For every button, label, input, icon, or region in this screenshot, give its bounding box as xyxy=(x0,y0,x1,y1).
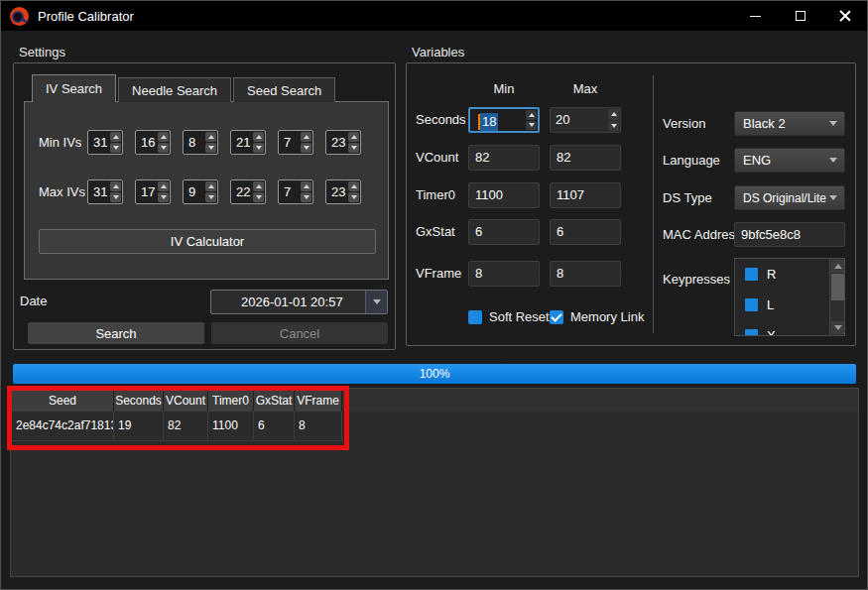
spin-down-button[interactable] xyxy=(158,192,169,202)
table-cell-timer0[interactable]: 1100 xyxy=(208,412,254,441)
vframe-max-field[interactable]: 8 xyxy=(550,261,621,287)
spin-down-button[interactable] xyxy=(348,192,359,202)
min-iv-spe-spinbox[interactable]: 23 xyxy=(325,130,361,155)
ds-type-label: DS Type xyxy=(663,190,712,205)
spin-down-button[interactable] xyxy=(110,192,121,202)
version-dropdown[interactable]: Black 2 xyxy=(734,111,845,136)
spin-down-button[interactable] xyxy=(158,143,169,153)
column-header-vcount[interactable]: VCount xyxy=(164,389,208,412)
spin-down-button[interactable] xyxy=(205,143,216,153)
spin-up-button[interactable] xyxy=(110,181,121,191)
timer0-min-field[interactable]: 1100 xyxy=(468,182,540,208)
column-header-timer0[interactable]: Timer0 xyxy=(208,389,254,412)
min-iv-spd-spinbox[interactable]: 7 xyxy=(278,130,313,155)
scrollbar-thumb[interactable] xyxy=(831,274,844,300)
chevron-up-icon xyxy=(304,184,310,188)
keypresses-scrollbar[interactable] xyxy=(829,259,844,335)
max-iv-spd-spinbox[interactable]: 7 xyxy=(278,179,313,204)
keypress-item-l[interactable]: L xyxy=(735,290,844,320)
date-dropdown-button[interactable] xyxy=(365,291,387,313)
table-cell-gxstat[interactable]: 6 xyxy=(254,412,295,441)
table-cell-vframe[interactable]: 8 xyxy=(295,412,342,441)
scroll-down-button[interactable] xyxy=(831,321,844,334)
spin-up-button[interactable] xyxy=(608,109,619,120)
column-header-vframe[interactable]: VFrame xyxy=(295,389,342,412)
spin-down-button[interactable] xyxy=(110,143,121,153)
tab-needle-search[interactable]: Needle Search xyxy=(118,77,231,102)
column-header-seconds[interactable]: Seconds xyxy=(114,389,164,412)
min-iv-spa-spinbox[interactable]: 21 xyxy=(230,130,266,155)
column-header-gxstat[interactable]: GxStat xyxy=(254,389,295,412)
min-iv-hp-spinbox[interactable]: 31 xyxy=(87,130,123,155)
tab-iv-search[interactable]: IV Search xyxy=(32,74,116,102)
spin-buttons xyxy=(252,180,265,203)
ds-type-dropdown[interactable]: DS Original/Lite xyxy=(734,185,845,210)
spin-up-button[interactable] xyxy=(158,132,169,142)
spin-down-button[interactable] xyxy=(608,121,619,132)
spin-up-button[interactable] xyxy=(348,132,359,142)
table-cell-seed[interactable]: 2e84c74c2af71813 xyxy=(12,412,114,441)
gxstat-max-field[interactable]: 6 xyxy=(550,219,621,245)
chevron-up-icon xyxy=(208,135,214,139)
min-iv-atk-spinbox[interactable]: 16 xyxy=(135,130,171,155)
language-dropdown[interactable]: ENG xyxy=(734,148,845,173)
maximize-button[interactable] xyxy=(778,1,822,31)
vcount-min-field[interactable]: 82 xyxy=(468,145,540,171)
seconds-max-spinbox[interactable]: 20 xyxy=(550,107,621,133)
minimize-button[interactable] xyxy=(733,1,778,31)
column-header-seed[interactable]: Seed xyxy=(12,389,114,412)
spin-up-button[interactable] xyxy=(253,181,264,191)
spin-up-button[interactable] xyxy=(158,181,169,191)
timer0-max-field[interactable]: 1107 xyxy=(550,182,621,208)
vframe-min-field[interactable]: 8 xyxy=(468,261,540,287)
keypress-item-r[interactable]: R xyxy=(735,259,844,290)
spin-down-button[interactable] xyxy=(205,192,216,202)
spin-up-button[interactable] xyxy=(301,132,311,142)
memory-link-checkbox[interactable]: Memory Link xyxy=(550,309,644,324)
soft-reset-checkbox[interactable]: Soft Reset xyxy=(468,309,550,324)
max-ivs-label: Max IVs xyxy=(39,184,87,199)
date-combobox[interactable]: 2026-01-01 20:57 xyxy=(210,290,388,314)
spin-up-button[interactable] xyxy=(526,110,537,120)
spin-up-button[interactable] xyxy=(301,181,311,191)
spin-down-button[interactable] xyxy=(253,143,264,153)
seconds-min-spinbox[interactable]: 18 xyxy=(468,107,540,133)
table-cell-vcount[interactable]: 82 xyxy=(164,412,208,441)
chevron-up-icon xyxy=(113,184,119,188)
max-ivs-row: Max IVs 31 17 9 22 7 23 xyxy=(25,179,388,204)
close-icon xyxy=(839,10,851,22)
max-iv-hp-spinbox[interactable]: 31 xyxy=(87,179,123,204)
profile-calibrator-window: Profile Calibrator Settings IV Search Ne… xyxy=(0,0,868,590)
vcount-max-field[interactable]: 82 xyxy=(550,145,621,171)
keypress-item-x[interactable]: X xyxy=(735,320,844,336)
spin-up-button[interactable] xyxy=(348,181,359,191)
spin-down-button[interactable] xyxy=(253,192,264,202)
spin-up-button[interactable] xyxy=(253,132,264,142)
table-cell-seconds[interactable]: 19 xyxy=(114,412,164,441)
close-button[interactable] xyxy=(822,1,867,31)
max-iv-spa-spinbox[interactable]: 22 xyxy=(230,179,266,204)
spin-down-button[interactable] xyxy=(348,143,359,153)
spin-down-button[interactable] xyxy=(301,143,311,153)
tab-seed-search[interactable]: Seed Search xyxy=(233,77,335,102)
scroll-up-button[interactable] xyxy=(831,260,844,273)
gxstat-min-field[interactable]: 6 xyxy=(468,219,540,245)
spin-down-button[interactable] xyxy=(526,121,537,131)
iv-calculator-button[interactable]: IV Calculator xyxy=(39,229,376,254)
keypress-item-label: L xyxy=(767,297,774,312)
spin-up-button[interactable] xyxy=(205,132,216,142)
search-button[interactable]: Search xyxy=(28,322,204,344)
spin-value: 31 xyxy=(88,131,109,154)
ds-type-value: DS Original/Lite xyxy=(743,191,826,205)
max-iv-atk-spinbox[interactable]: 17 xyxy=(135,179,171,204)
max-iv-def-spinbox[interactable]: 9 xyxy=(183,179,218,204)
spin-down-button[interactable] xyxy=(301,192,311,202)
chevron-up-icon xyxy=(529,113,535,117)
mac-address-field[interactable]: 9bfc5e8c8 xyxy=(734,222,845,247)
gxstat-label: GxStat xyxy=(416,224,455,239)
max-iv-spe-spinbox[interactable]: 23 xyxy=(325,179,361,204)
spin-up-button[interactable] xyxy=(205,181,216,191)
spin-up-button[interactable] xyxy=(110,132,121,142)
keypresses-list[interactable]: R L X xyxy=(734,258,845,336)
min-iv-def-spinbox[interactable]: 8 xyxy=(183,130,218,155)
